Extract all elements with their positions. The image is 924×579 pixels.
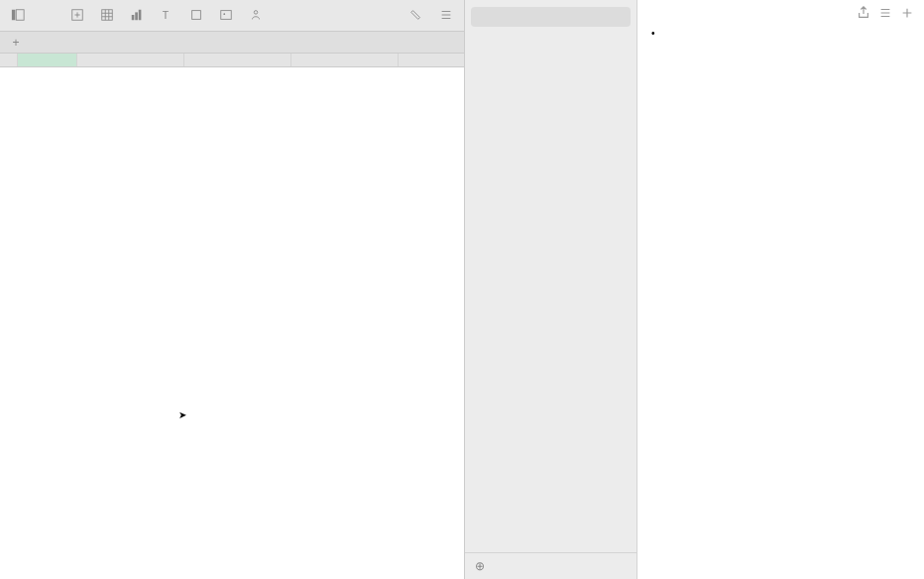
chart-button[interactable] xyxy=(123,4,151,28)
sheet-canvas[interactable]: ➤ xyxy=(0,67,464,579)
svg-point-10 xyxy=(223,13,225,15)
toggle-icon[interactable] xyxy=(878,6,892,20)
format-button[interactable] xyxy=(403,4,430,28)
my-lists-label xyxy=(465,39,636,48)
numbers-app: T + ➤ xyxy=(0,0,465,579)
share-icon[interactable] xyxy=(857,6,870,20)
svg-rect-0 xyxy=(12,10,16,21)
list-detail: • xyxy=(637,0,924,579)
reminders-sidebar xyxy=(465,0,637,579)
svg-text:T: T xyxy=(163,9,170,21)
col-a[interactable] xyxy=(18,54,77,66)
toolbar: T xyxy=(0,0,464,32)
organize-button[interactable] xyxy=(432,4,460,28)
media-button[interactable] xyxy=(212,4,240,28)
svg-rect-6 xyxy=(139,10,142,21)
column-headers xyxy=(0,54,464,67)
view-button[interactable] xyxy=(4,4,32,28)
search-input[interactable] xyxy=(471,7,631,27)
add-icon[interactable] xyxy=(900,6,914,20)
svg-point-11 xyxy=(254,11,258,15)
svg-rect-8 xyxy=(192,11,201,20)
add-sheet-button[interactable]: + xyxy=(8,35,24,51)
cursor-icon: ➤ xyxy=(178,409,186,420)
insert-button[interactable] xyxy=(63,4,91,28)
table-button[interactable] xyxy=(93,4,121,28)
sheet-tabs: + xyxy=(0,32,464,54)
share-button[interactable] xyxy=(242,4,270,28)
zoom-button[interactable] xyxy=(34,4,61,28)
text-button[interactable]: T xyxy=(153,4,180,28)
sections xyxy=(637,47,924,579)
svg-rect-5 xyxy=(135,12,138,20)
svg-rect-1 xyxy=(16,10,24,21)
col-c[interactable] xyxy=(184,54,291,66)
col-b[interactable] xyxy=(77,54,184,66)
lists xyxy=(465,48,636,553)
col-d[interactable] xyxy=(291,54,399,66)
svg-rect-4 xyxy=(132,15,135,20)
shape-button[interactable] xyxy=(182,4,210,28)
svg-rect-3 xyxy=(102,10,113,21)
add-list-button[interactable] xyxy=(465,552,636,579)
svg-rect-9 xyxy=(221,11,232,20)
